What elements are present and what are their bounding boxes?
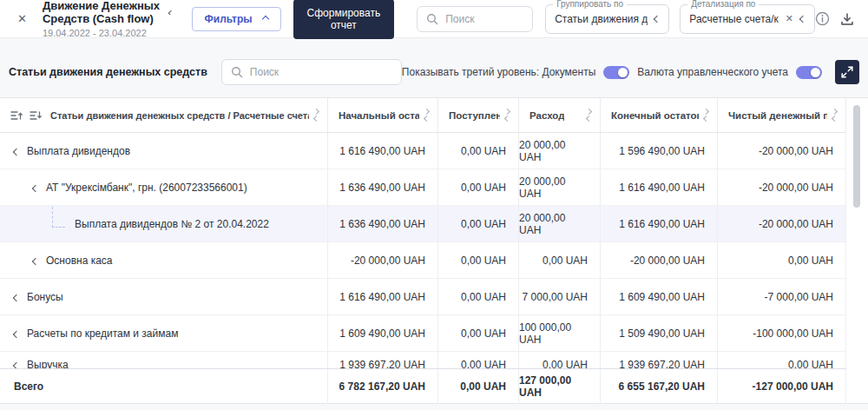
fullscreen-button[interactable]	[835, 60, 859, 84]
column-header-articles[interactable]: Статьи движения денежных средств / Расче…	[0, 98, 328, 132]
tree-cell: Выплата дивидендов	[0, 133, 328, 169]
chevron-down-icon	[654, 15, 661, 22]
cell-opening-balance: 1 609 490,00 UAH	[328, 315, 438, 352]
cell-outflow: 0,00 UAH	[519, 242, 601, 279]
column-header-opening-balance[interactable]: Начальный остаток	[328, 98, 438, 132]
cell-closing-balance: 1 596 490,00 UAH	[601, 133, 718, 169]
sort-icons[interactable]	[505, 109, 510, 121]
cell-inflow: 0,00 UAH	[438, 133, 519, 169]
collapse-all-icon[interactable]	[10, 110, 23, 121]
chevron-right-icon	[261, 15, 268, 22]
scrollbar-thumb[interactable]	[853, 105, 860, 208]
total-inflow: 0,00 UAH	[438, 369, 519, 404]
search-icon	[426, 13, 438, 25]
row-label: Выручка	[27, 359, 69, 368]
third-level-toggle-label: Показывать третий уровень: Документы	[402, 66, 595, 78]
generate-report-button[interactable]: Сформировать отчет	[293, 0, 395, 39]
column-header-outflow[interactable]: Расход	[519, 98, 601, 132]
toggle-knob	[618, 68, 628, 77]
section-title: Статьи движения денежных средств	[9, 66, 207, 78]
sort-icons[interactable]	[314, 109, 319, 121]
cell-opening-balance: 1 616 490,00 UAH	[328, 133, 438, 169]
row-label: Основна каса	[46, 255, 113, 267]
info-icon[interactable]	[815, 9, 830, 30]
column-header-label: Поступление	[449, 110, 500, 121]
detail-by-select[interactable]: Детализация по Расчетные счета/к ✕	[680, 4, 815, 34]
currency-toggle[interactable]	[796, 66, 822, 79]
cell-inflow: 0,00 UAH	[438, 242, 519, 279]
cell-net-cashflow: -20 000,00 UAH	[718, 133, 846, 169]
search-input[interactable]	[445, 13, 523, 25]
search-icon	[231, 66, 243, 78]
vertical-scrollbar[interactable]	[853, 103, 860, 398]
clear-selection-icon[interactable]: ✕	[786, 13, 793, 24]
sort-icons[interactable]	[704, 109, 708, 121]
column-header-inflow[interactable]: Поступление	[438, 98, 519, 132]
top-bar: ✕ Движение Денежных Средств (Cash flow) …	[0, 0, 868, 38]
chevron-down-icon[interactable]	[33, 182, 38, 194]
chevron-down-icon[interactable]	[14, 359, 19, 368]
table-header-row: Статьи движения денежных средств / Расче…	[0, 98, 846, 133]
column-header-label: Чистый денежный поток	[728, 110, 827, 121]
chevron-down-icon[interactable]	[33, 255, 38, 267]
sort-icons[interactable]	[424, 109, 429, 121]
third-level-toggle[interactable]	[603, 66, 629, 79]
close-icon[interactable]: ✕	[14, 10, 30, 27]
column-header-label: Статьи движения денежных средств / Расче…	[50, 110, 309, 121]
chevron-down-icon[interactable]	[14, 291, 19, 303]
header-search	[417, 6, 533, 32]
cell-net-cashflow: 0,00 UAH	[718, 352, 846, 368]
table-row[interactable]: Бонусы 1 616 490,00 UAH 0,00 UAH 7 000,0…	[0, 279, 846, 315]
table-row[interactable]: АТ "Укрексімбанк", грн. (26007233566001)…	[0, 169, 846, 206]
table-row[interactable]: Выплата дивидендов 1 616 490,00 UAH 0,00…	[0, 133, 846, 169]
table-row[interactable]: Расчеты по кредитам и займам 1 609 490,0…	[0, 315, 846, 352]
report-title-block: Движение Денежных Средств (Cash flow) 19…	[43, 0, 173, 38]
cell-opening-balance: 1 636 490,00 UAH	[328, 169, 438, 206]
sort-icons[interactable]	[832, 109, 837, 121]
currency-toggle-label: Валюта управленческого учета	[637, 66, 788, 78]
chevron-down-icon[interactable]	[14, 145, 19, 157]
cell-closing-balance: 1 609 490,00 UAH	[601, 279, 718, 315]
cell-opening-balance: 1 636 490,00 UAH	[328, 206, 438, 242]
filters-button[interactable]: Фильтры	[192, 7, 281, 31]
table-row[interactable]: Выручка 1 939 697,20 UAH 0,00 UAH 0,00 U…	[0, 352, 846, 368]
cell-opening-balance: -20 000,00 UAH	[328, 242, 438, 279]
cell-net-cashflow: -7 000,00 UAH	[718, 279, 846, 315]
cell-net-cashflow: -100 000,00 UAH	[718, 315, 846, 352]
tree-cell: АТ "Укрексімбанк", грн. (26007233566001)	[0, 169, 328, 206]
column-header-net-cashflow[interactable]: Чистый денежный поток	[718, 98, 846, 132]
cell-inflow: 0,00 UAH	[438, 206, 519, 242]
cell-closing-balance: -20 000,00 UAH	[601, 242, 718, 279]
column-header-closing-balance[interactable]: Конечный остаток	[601, 98, 718, 132]
row-label: Расчеты по кредитам и займам	[27, 327, 178, 340]
report-title-dropdown[interactable]: Движение Денежных Средств (Cash flow)	[43, 0, 173, 25]
cashflow-table: Статьи движения денежных средств / Расче…	[0, 97, 868, 404]
total-outflow: 127 000,00 UAH	[519, 369, 601, 404]
table-search	[221, 59, 402, 85]
column-header-label: Конечный остаток	[611, 110, 699, 121]
table-row[interactable]: Основна каса -20 000,00 UAH 0,00 UAH 0,0…	[0, 242, 846, 279]
column-header-label: Начальный остаток	[339, 110, 419, 121]
expand-all-icon[interactable]	[30, 110, 42, 121]
group-by-label: Группировать по	[553, 0, 627, 9]
tree-cell: Основна каса	[0, 242, 328, 279]
toggle-knob	[811, 68, 820, 77]
table-row[interactable]: Выплата дивидендов № 2 от 20.04.2022 1 6…	[0, 206, 846, 242]
table-body: Выплата дивидендов 1 616 490,00 UAH 0,00…	[0, 133, 868, 368]
group-by-select[interactable]: Группировать по Статьи движения д	[545, 4, 669, 34]
download-icon[interactable]	[840, 9, 854, 30]
tree-cell: Бонусы	[0, 279, 328, 315]
row-label: Бонусы	[27, 291, 63, 303]
group-by-value: Статьи движения д	[555, 13, 648, 25]
chevron-down-icon[interactable]	[14, 327, 19, 340]
cell-outflow: 20 000,00 UAH	[519, 206, 601, 242]
total-closing-balance: 6 655 167,20 UAH	[601, 369, 718, 404]
date-range: 19.04.2022 - 23.04.2022	[43, 28, 173, 38]
cell-inflow: 0,00 UAH	[438, 315, 519, 352]
cell-outflow: 20 000,00 UAH	[519, 133, 601, 169]
cell-outflow: 0,00 UAH	[519, 352, 601, 368]
tree-connector-icon	[52, 207, 65, 228]
table-search-input[interactable]	[250, 66, 389, 78]
cell-inflow: 0,00 UAH	[438, 279, 519, 315]
sort-icons[interactable]	[587, 109, 591, 121]
